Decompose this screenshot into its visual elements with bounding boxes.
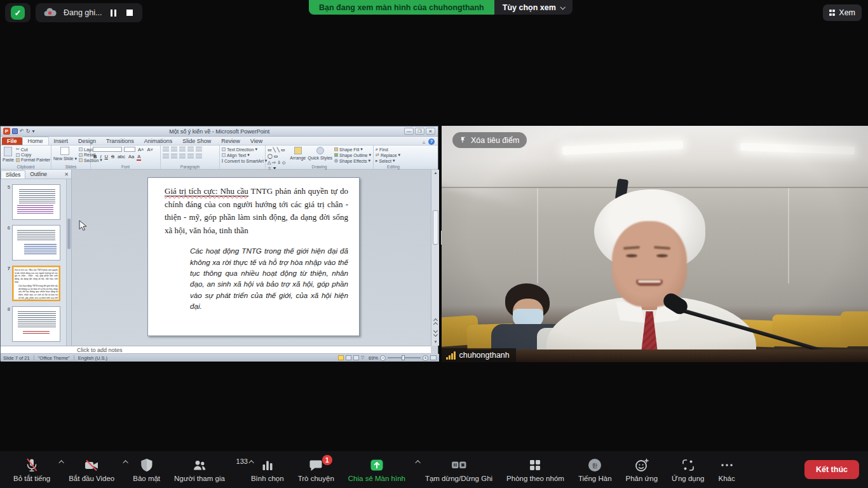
- smartart-button[interactable]: Convert to SmartArt ▾: [222, 158, 263, 163]
- slide-thumbnail-5[interactable]: 5: [1, 184, 71, 220]
- quick-styles-button[interactable]: Quick Styles: [308, 147, 332, 160]
- shape-fill-button[interactable]: Shape Fill ▾: [334, 147, 371, 152]
- font-name-combo[interactable]: [93, 147, 122, 152]
- numbering-icon[interactable]: [171, 147, 177, 152]
- redo-icon[interactable]: ↻: [26, 128, 31, 134]
- slide-thumbnail-7-selected[interactable]: 7 Giá trị tích cực: Nhu cầu TNTG phản án…: [1, 266, 71, 301]
- underline-button[interactable]: U: [104, 154, 109, 159]
- security-shield-chip[interactable]: ✓: [5, 3, 31, 22]
- shape-effects-button[interactable]: Shape Effects ▾: [334, 158, 371, 163]
- tab-animations[interactable]: Animations: [139, 137, 178, 145]
- line-spacing-icon[interactable]: [196, 147, 202, 152]
- tab-transitions[interactable]: Transitions: [101, 137, 139, 145]
- align-right-icon[interactable]: [179, 154, 186, 159]
- close-button[interactable]: ✕: [426, 128, 435, 135]
- bullets-icon[interactable]: [163, 147, 169, 152]
- share-screen-button[interactable]: Chia sẻ Màn hình: [341, 451, 418, 488]
- paste-button[interactable]: Paste: [3, 147, 14, 162]
- arrange-button[interactable]: Arrange: [290, 147, 306, 160]
- slide-thumbnail-6[interactable]: 6: [1, 225, 71, 261]
- minimize-ribbon-icon[interactable]: ▵: [423, 139, 425, 145]
- italic-button[interactable]: I: [99, 154, 102, 159]
- tab-view[interactable]: View: [245, 137, 268, 145]
- reactions-button[interactable]: Phản ứng: [619, 451, 665, 488]
- zoom-in-button[interactable]: +: [423, 355, 428, 361]
- select-button[interactable]: ▸ Select ▾: [376, 158, 411, 163]
- bold-button[interactable]: B: [93, 154, 97, 159]
- notes-pane[interactable]: Click to add notes: [1, 346, 431, 354]
- more-button[interactable]: Khác: [711, 451, 742, 488]
- stop-recording-button[interactable]: [125, 8, 135, 18]
- current-slide[interactable]: Giá trị tích cực: Nhu cầu TNTG phản ánh …: [147, 177, 360, 336]
- speaker-video-feed[interactable]: Xóa tiêu điểm chuhongthanh: [442, 126, 868, 362]
- indent-increase-icon[interactable]: [187, 147, 194, 152]
- fit-to-window-icon[interactable]: [430, 355, 437, 360]
- copy-button[interactable]: Copy: [16, 152, 50, 157]
- polls-button[interactable]: Bình chọn: [244, 451, 291, 488]
- slideshow-view-icon[interactable]: ▽: [361, 355, 367, 360]
- panel-close-icon[interactable]: ✕: [64, 172, 71, 177]
- scrollbar-thumb[interactable]: [433, 210, 438, 245]
- tab-slideshow[interactable]: Slide Show: [177, 137, 216, 145]
- previous-slide-button[interactable]: [431, 318, 440, 327]
- theme-name[interactable]: "Office Theme": [38, 355, 70, 361]
- tab-design[interactable]: Design: [73, 137, 101, 145]
- panel-scrollbar[interactable]: [66, 179, 71, 346]
- zoom-slider[interactable]: [388, 357, 421, 358]
- zoom-out-button[interactable]: −: [380, 355, 386, 361]
- breakout-rooms-button[interactable]: Phòng theo nhóm: [499, 451, 571, 488]
- pause-recording-button[interactable]: [108, 8, 118, 18]
- tab-insert[interactable]: Insert: [49, 137, 74, 145]
- align-text-button[interactable]: Align Text ▾: [222, 152, 263, 158]
- justify-icon[interactable]: [187, 154, 194, 159]
- panel-tab-outline[interactable]: Outline: [25, 170, 51, 178]
- font-size-combo[interactable]: [124, 147, 135, 152]
- change-case-button[interactable]: Aa: [128, 154, 135, 159]
- indent-decrease-icon[interactable]: [179, 147, 186, 152]
- help-icon[interactable]: ?: [428, 139, 435, 145]
- end-meeting-button[interactable]: Kết thúc: [804, 460, 859, 479]
- columns-icon[interactable]: [196, 154, 202, 159]
- apps-button[interactable]: Ứng dụng: [665, 451, 711, 488]
- chat-button[interactable]: Trò chuyện 1: [291, 451, 341, 488]
- text-direction-button[interactable]: Text Direction ▾: [222, 147, 263, 152]
- maximize-button[interactable]: ❐: [415, 128, 424, 135]
- security-button[interactable]: Bảo mật: [126, 451, 167, 488]
- view-options-button[interactable]: Tùy chọn xem: [494, 0, 573, 15]
- participants-button[interactable]: Người tham gia 133: [167, 451, 244, 488]
- cut-button[interactable]: ✂ Cut: [16, 147, 50, 152]
- save-icon[interactable]: [12, 128, 18, 134]
- font-color-button[interactable]: A: [137, 154, 141, 161]
- grow-font-button[interactable]: A˄: [137, 147, 144, 152]
- gallery-view-button[interactable]: Xem: [823, 4, 862, 21]
- undo-icon[interactable]: ↶: [20, 128, 24, 134]
- tab-file[interactable]: File: [2, 137, 22, 145]
- shape-outline-button[interactable]: Shape Outline ▾: [334, 152, 371, 158]
- tab-home[interactable]: Home: [22, 137, 49, 145]
- normal-view-icon[interactable]: [338, 355, 344, 360]
- strikethrough-button[interactable]: S: [111, 154, 115, 159]
- tab-review[interactable]: Review: [216, 137, 245, 145]
- unmute-button[interactable]: Bỏ tắt tiếng: [6, 451, 62, 488]
- shrink-font-button[interactable]: A˅: [146, 147, 153, 152]
- start-video-button[interactable]: Bắt đầu Video: [62, 451, 126, 488]
- align-center-icon[interactable]: [171, 154, 177, 159]
- format-painter-button[interactable]: Format Painter: [16, 158, 50, 162]
- pause-stop-recording-button[interactable]: Tạm dừng/Dừng Ghi: [418, 451, 499, 488]
- panel-tab-slides[interactable]: Slides: [1, 170, 25, 179]
- find-button[interactable]: ⌕ Find: [376, 147, 411, 152]
- clear-formatting-button[interactable]: abc: [117, 154, 126, 159]
- align-left-icon[interactable]: [163, 154, 169, 159]
- language-indicator[interactable]: English (U.S.): [78, 355, 107, 361]
- next-slide-button[interactable]: [431, 328, 440, 337]
- slide-sorter-view-icon[interactable]: [346, 355, 351, 360]
- minimize-button[interactable]: —: [404, 128, 414, 135]
- remove-spotlight-button[interactable]: Xóa tiêu điểm: [452, 132, 527, 148]
- slide-scrollbar[interactable]: ▲ ▼: [431, 170, 439, 346]
- powerpoint-logo-icon[interactable]: P: [3, 128, 10, 135]
- new-slide-button[interactable]: New Slide ▾: [53, 147, 77, 161]
- interpretation-button[interactable]: 한 Tiếng Hàn: [571, 451, 619, 488]
- slide-thumbnail-8[interactable]: 8: [1, 306, 71, 342]
- replace-button[interactable]: ⇄ Replace ▾: [376, 152, 411, 158]
- reading-view-icon[interactable]: [353, 355, 359, 360]
